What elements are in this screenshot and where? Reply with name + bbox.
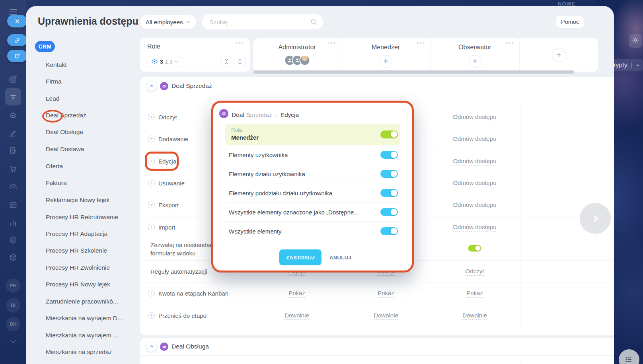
shop-cart-icon[interactable]: [8, 164, 18, 173]
roles-shown-count: 3: [160, 58, 163, 65]
sidebar-item-deal-obsluga[interactable]: Deal Obsługa: [46, 128, 83, 136]
option-toggle-on[interactable]: [380, 227, 398, 235]
menedzer-add-member-button[interactable]: +: [380, 55, 392, 68]
sidebar-item-hr-nowy-lejek[interactable]: Procesy HR Nowy lejek: [46, 281, 110, 289]
collapse-section-button[interactable]: [146, 81, 157, 91]
row-label: Kwota na etapach Kanban: [158, 290, 228, 297]
sidebar-item-reklamacje[interactable]: Reklamacje Nowy lejek: [46, 197, 109, 204]
permission-toggle-on[interactable]: [468, 245, 481, 252]
sidebar-item-oferta[interactable]: Oferta: [46, 163, 63, 171]
search-input[interactable]: [209, 18, 310, 26]
search-box: [202, 14, 323, 29]
obserwator-cell: Odmów dostępu: [453, 158, 496, 165]
rail-badge-di[interactable]: DI: [6, 298, 20, 313]
administrator-members[interactable]: [284, 55, 310, 66]
sidebar-item-lead[interactable]: Lead: [46, 95, 59, 103]
option-toggle-on[interactable]: [380, 189, 398, 197]
circle-plus-icon[interactable]: +: [148, 312, 155, 319]
circle-plus-icon[interactable]: +: [148, 290, 155, 297]
help-button[interactable]: Pomoc: [556, 16, 584, 28]
deal-pipeline-icon: [160, 343, 168, 351]
employee-filter-dropdown[interactable]: All employees: [140, 15, 196, 29]
section-title: Deal Sprzedaż: [171, 82, 212, 90]
rail-more-chevron-icon[interactable]: [8, 337, 18, 346]
option-toggle-on[interactable]: [380, 170, 398, 178]
divider: |: [631, 62, 632, 69]
list-icon: [625, 355, 633, 364]
package-icon[interactable]: [8, 253, 18, 262]
role-visibility-dropdown[interactable]: 3 z 3: [146, 56, 183, 67]
add-role-button[interactable]: +: [552, 48, 566, 62]
modal-option-row: Wszystkie elementy oznaczone jako „Dostę…: [225, 202, 400, 222]
circle-plus-icon[interactable]: +: [148, 224, 155, 231]
rail-badge-dh[interactable]: DH: [6, 317, 20, 331]
obserwator-cell: Odmów dostępu: [453, 224, 496, 231]
close-slider-button[interactable]: [7, 15, 27, 27]
sidebar-item-hr-zwolnienie[interactable]: Procesy HR Zwolnienie: [46, 264, 110, 272]
sidebar-item-kontakt[interactable]: Kontakt: [46, 61, 67, 69]
sidebar-item-mieszkania-3[interactable]: Mieszkania na sprzedaż: [46, 348, 112, 356]
permission-value-link[interactable]: Dowolnie: [374, 312, 398, 320]
crm-funnel-icon: [9, 92, 18, 101]
permission-value-link[interactable]: Odmów dostępu: [453, 158, 496, 165]
permission-value-link[interactable]: Odmów dostępu: [453, 135, 496, 143]
handshake-icon: [162, 345, 167, 349]
role-value: Menedżer: [231, 134, 259, 141]
sidebar-item-faktura[interactable]: Faktura: [46, 179, 67, 187]
marketing-target-icon[interactable]: [8, 74, 18, 84]
open-in-new-window-button[interactable]: [7, 50, 27, 62]
circle-plus-icon[interactable]: +: [148, 114, 155, 121]
option-toggle-on[interactable]: [380, 208, 398, 216]
obserwator-add-member-button[interactable]: +: [469, 55, 481, 68]
option-label: Elementy poddziału działu użytkownika: [229, 189, 332, 196]
next-page-arrow-button[interactable]: [580, 203, 611, 234]
circle-plus-icon[interactable]: +: [148, 136, 155, 142]
permission-value-link[interactable]: Pokaż: [466, 290, 483, 298]
permission-value-link[interactable]: Odmów dostępu: [453, 179, 496, 187]
circle-plus-icon[interactable]: +: [148, 202, 155, 208]
permission-value-link[interactable]: Odmów dostępu: [453, 201, 496, 209]
permission-value-link[interactable]: Pokaż: [378, 290, 394, 298]
warehouse-icon[interactable]: [8, 182, 18, 191]
expand-all-button[interactable]: [234, 56, 246, 67]
permission-value-link[interactable]: Odczyt: [466, 268, 484, 276]
role-card-menu-dots[interactable]: •••: [236, 41, 244, 45]
search-icon[interactable]: [310, 18, 318, 26]
sidebar-item-mieszkania-1[interactable]: Mieszkania na wynajem D...: [46, 315, 123, 323]
role-toggle-on[interactable]: [380, 130, 398, 138]
option-label: Wszystkie elementy: [229, 228, 282, 235]
sidebar-item-deal-dostawa[interactable]: Deal Dostawa: [46, 146, 84, 154]
calendar-icon[interactable]: [8, 200, 18, 210]
sign-document-icon[interactable]: [8, 128, 18, 138]
crm-rail-item-active[interactable]: [5, 88, 21, 105]
document-edit-icon[interactable]: [8, 146, 18, 155]
hexagon-app-icon[interactable]: [8, 235, 18, 245]
chatbot-icon[interactable]: [8, 110, 18, 120]
row-label: Import: [158, 224, 175, 231]
role-header-card: Role ••• 3 z 3: [140, 38, 250, 72]
circle-plus-icon[interactable]: +: [148, 180, 155, 187]
option-toggle-on[interactable]: [380, 151, 398, 159]
rail-badge-ph[interactable]: PH: [6, 278, 20, 293]
obserwator-cell: Pokaż: [466, 290, 483, 297]
permission-value-link[interactable]: Odmów dostępu: [453, 113, 496, 121]
sidebar-item-zatrudnienie[interactable]: Zatrudnienie pracownikó...: [46, 298, 118, 306]
apply-button[interactable]: ZASTOSUJ: [279, 249, 322, 265]
background-gear-button[interactable]: [629, 34, 642, 48]
crm-section-badge[interactable]: CRM: [35, 41, 55, 52]
sidebar-item-firma[interactable]: Firma: [46, 78, 62, 86]
collapse-section-button[interactable]: [146, 341, 157, 352]
permission-value-link[interactable]: Dowolnie: [462, 312, 487, 320]
cancel-button[interactable]: ANULUJ: [329, 249, 351, 265]
horizontal-scrollbar[interactable]: [253, 70, 574, 74]
permission-value-link[interactable]: Pokaż: [288, 290, 305, 298]
analytics-icon[interactable]: [8, 218, 18, 228]
sidebar-item-hr-adaptacja[interactable]: Procesy HR Adaptacja: [46, 230, 107, 238]
collapse-all-button[interactable]: [220, 56, 232, 67]
sidebar-item-mieszkania-2[interactable]: Mieszkania na wynajem ...: [46, 332, 118, 340]
sidebar-item-hr-szkolenie[interactable]: Procesy HR Szkolenie: [46, 247, 107, 255]
permission-value-link[interactable]: Dowolnie: [284, 312, 309, 320]
sidebar-item-hr-rekrutowanie[interactable]: Procesy HR Rekrutowanie: [46, 214, 118, 222]
permission-value-link[interactable]: Odmów dostępu: [453, 224, 496, 232]
copy-link-button[interactable]: [7, 34, 27, 46]
